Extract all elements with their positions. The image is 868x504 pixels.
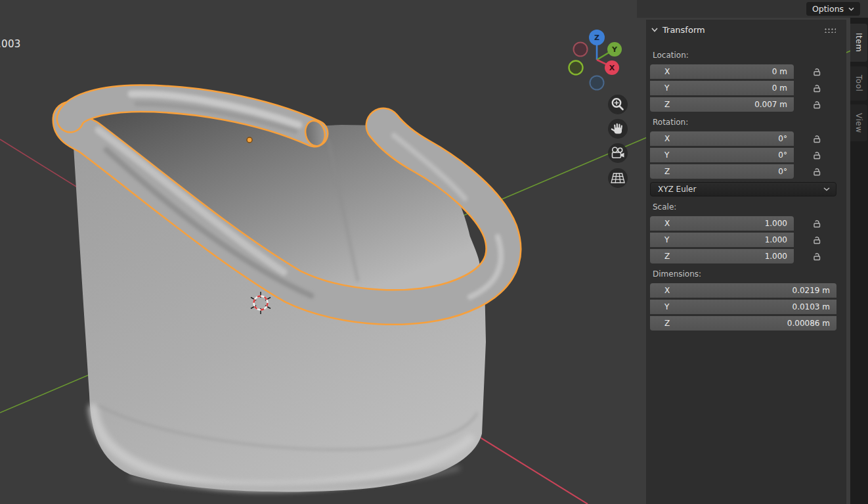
location-z-field[interactable]: Z0.007 m <box>650 97 794 112</box>
tab-item[interactable]: Item <box>850 24 867 62</box>
gizmo-axis-z[interactable]: Z <box>589 30 605 45</box>
tab-view[interactable]: View <box>850 104 867 141</box>
transform-panel-header[interactable]: Transform <box>651 25 705 35</box>
lock-open-icon[interactable] <box>812 235 821 245</box>
scale-x-field[interactable]: X1.000 <box>650 216 794 231</box>
lock-open-icon[interactable] <box>812 150 821 160</box>
location-x-field[interactable]: X0 m <box>650 64 794 79</box>
projection-button[interactable] <box>608 168 628 188</box>
rotation-mode-dropdown[interactable]: XYZ Euler <box>650 182 836 196</box>
camera-view-button[interactable] <box>608 143 628 163</box>
location-label: Location: <box>653 50 689 60</box>
gizmo-axis-y[interactable]: Y <box>607 42 622 57</box>
chevron-down-icon <box>823 187 830 191</box>
mesh-object[interactable] <box>68 94 504 492</box>
lock-open-icon[interactable] <box>812 67 821 77</box>
svg-text:Z: Z <box>594 34 599 42</box>
svg-text:Y: Y <box>611 45 618 54</box>
chevron-down-icon <box>848 7 854 11</box>
panel-title: Transform <box>662 25 705 35</box>
chevron-down-icon <box>651 28 658 32</box>
lock-open-icon[interactable] <box>812 100 821 110</box>
scale-z-field[interactable]: Z1.000 <box>650 249 794 263</box>
location-y-field[interactable]: Y0 m <box>650 81 794 95</box>
object-origin-dot <box>247 137 252 143</box>
lock-open-icon[interactable] <box>812 134 821 144</box>
dimensions-label: Dimensions: <box>653 269 701 279</box>
zoom-button[interactable] <box>608 95 628 114</box>
options-button[interactable]: Options <box>806 2 860 16</box>
rotation-z-field[interactable]: Z0° <box>650 164 794 179</box>
active-object-label: .003 <box>0 38 21 50</box>
sidebar-panel: Transform Location: X0 m Y0 m Z0.007 m R… <box>646 20 846 504</box>
tab-tool[interactable]: Tool <box>850 66 867 101</box>
lock-open-icon[interactable] <box>812 167 821 177</box>
rotation-y-field[interactable]: Y0° <box>650 148 794 162</box>
lock-open-icon[interactable] <box>812 83 821 93</box>
lock-open-icon[interactable] <box>812 219 821 229</box>
dimensions-x-field[interactable]: X0.0219 m <box>650 283 836 298</box>
scale-y-field[interactable]: Y1.000 <box>650 233 794 247</box>
pan-button[interactable] <box>608 119 628 139</box>
dimensions-z-field[interactable]: Z0.00086 m <box>650 316 836 331</box>
dimensions-y-field[interactable]: Y0.0103 m <box>650 300 836 314</box>
panel-drag-handle-icon[interactable] <box>824 28 836 33</box>
rotation-x-field[interactable]: X0° <box>650 131 794 146</box>
gizmo-axis-neg-y[interactable] <box>569 61 583 75</box>
gizmo-axis-neg-z[interactable] <box>590 76 604 90</box>
gizmo-axis-neg-x[interactable] <box>574 43 588 57</box>
gizmo-axis-x[interactable]: X <box>605 60 619 75</box>
blender-window: Z Y X <box>0 0 868 504</box>
options-label: Options <box>812 4 844 14</box>
svg-text:X: X <box>609 64 615 72</box>
lock-open-icon[interactable] <box>812 252 821 262</box>
scale-label: Scale: <box>653 202 676 212</box>
rotation-label: Rotation: <box>653 117 688 127</box>
